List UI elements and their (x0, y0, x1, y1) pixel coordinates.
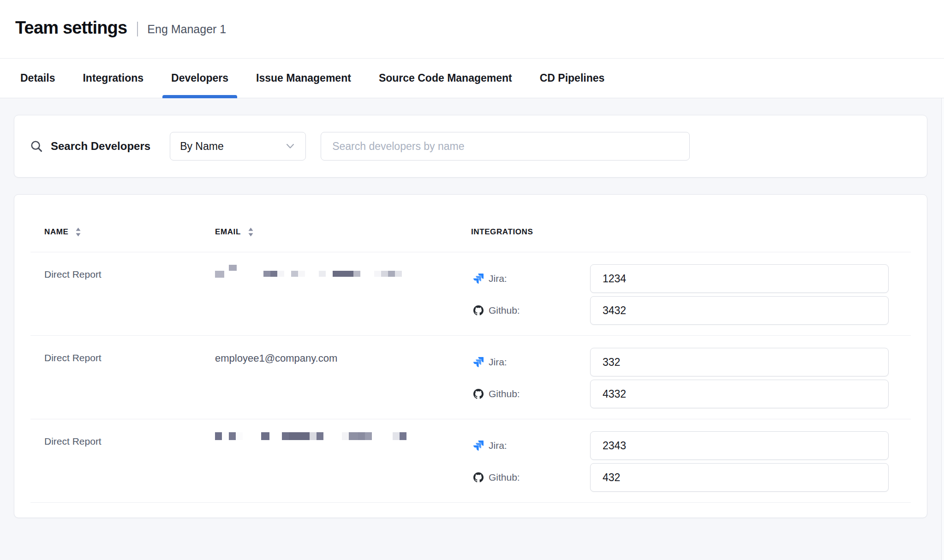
search-developers-label: Search Developers (51, 140, 150, 153)
page-header: Team settings Eng Manager 1 (0, 0, 944, 59)
jira-label-group: Jira: (471, 357, 590, 368)
github-label: Github: (489, 305, 520, 316)
table-row: Direct Report Jira: (14, 419, 927, 502)
redacted-email-pixels (222, 432, 229, 440)
search-icon (30, 139, 43, 153)
developer-name: Direct Report (44, 336, 210, 419)
table-row: Direct Report employee1@company.com Jira… (14, 336, 927, 419)
redacted-email-pixels (365, 432, 372, 440)
jira-id-input[interactable] (590, 348, 889, 376)
redacted-email-pixels (263, 271, 270, 277)
title-separator (137, 22, 138, 36)
column-header-integrations: INTEGRATIONS (471, 227, 889, 237)
tab-integrations[interactable]: Integrations (74, 59, 152, 98)
redacted-email-pixels (353, 271, 360, 277)
tab-cd-pipelines[interactable]: CD Pipelines (531, 59, 614, 98)
sort-arrows-icon[interactable] (247, 226, 254, 238)
tab-details[interactable]: Details (12, 59, 64, 98)
redacted-email-pixels (270, 271, 277, 277)
search-developers-card: Search Developers By Name (14, 115, 927, 178)
jira-label: Jira: (489, 273, 507, 284)
redacted-email-pixels (291, 271, 298, 277)
search-filter-dropdown[interactable]: By Name (170, 132, 306, 161)
sort-arrows-icon[interactable] (75, 226, 82, 238)
jira-field: Jira: (471, 264, 889, 293)
row-divider (30, 502, 911, 503)
redacted-email-pixels (215, 271, 224, 278)
redacted-email-pixels (349, 432, 358, 440)
column-header-name: NAME (44, 226, 210, 238)
redacted-email-pixels (319, 271, 326, 277)
table-row: Direct Report Jira: (14, 252, 927, 335)
scrollbar-gutter[interactable] (941, 98, 944, 560)
tab-label: Issue Management (256, 72, 351, 84)
github-field: Github: (471, 380, 889, 408)
redacted-email-pixels (282, 432, 289, 440)
developer-email (210, 419, 471, 502)
github-id-input[interactable] (590, 296, 889, 325)
tab-label: CD Pipelines (540, 72, 605, 84)
email-header-label: EMAIL (215, 227, 241, 237)
github-id-input[interactable] (590, 463, 889, 492)
jira-id-input[interactable] (590, 431, 889, 460)
chevron-down-icon (286, 143, 294, 149)
integrations-cell: Jira: Github: (471, 419, 889, 502)
tab-source-code-management[interactable]: Source Code Management (370, 59, 521, 98)
name-header-label: NAME (44, 227, 68, 237)
jira-field: Jira: (471, 348, 889, 376)
tab-label: Integrations (83, 72, 143, 84)
redacted-email-pixels (289, 432, 310, 440)
active-tab-underline (162, 95, 237, 98)
jira-label-group: Jira: (471, 440, 590, 451)
jira-icon (473, 357, 484, 367)
tab-label: Details (20, 72, 55, 84)
github-label-group: Github: (471, 388, 590, 399)
redacted-email-pixels (261, 432, 269, 440)
tab-developers[interactable]: Developers (162, 59, 237, 98)
developers-table-card: NAME EMAIL (14, 194, 927, 518)
tab-issue-management[interactable]: Issue Management (247, 59, 360, 98)
github-label-group: Github: (471, 305, 590, 316)
redacted-email-pixels (298, 271, 305, 277)
team-name-subtitle: Eng Manager 1 (147, 23, 226, 36)
table-body: Direct Report Jira: (14, 252, 927, 503)
github-icon (473, 389, 484, 399)
column-header-email: EMAIL (210, 226, 471, 238)
redacted-email-pixels (374, 271, 381, 277)
redacted-email-pixels (333, 271, 353, 277)
redacted-email-pixels (277, 271, 284, 277)
search-filter-value: By Name (180, 140, 224, 153)
developer-email: employee1@company.com (210, 336, 471, 419)
integrations-cell: Jira: Github: (471, 252, 889, 335)
github-id-input[interactable] (590, 380, 889, 408)
redacted-email-pixels (215, 432, 222, 440)
tab-label: Source Code Management (379, 72, 512, 84)
integrations-cell: Jira: Github: (471, 336, 889, 419)
redacted-email-pixels (358, 432, 365, 440)
redacted-email-pixels (381, 271, 388, 277)
redacted-email-pixels (310, 432, 317, 440)
developer-name: Direct Report (44, 252, 210, 335)
github-field: Github: (471, 296, 889, 325)
search-input[interactable] (321, 132, 690, 161)
jira-label: Jira: (489, 357, 507, 368)
team-settings-page: Team settings Eng Manager 1 DetailsInteg… (0, 0, 944, 560)
redacted-email-pixels (393, 432, 400, 440)
github-label-group: Github: (471, 472, 590, 483)
redacted-email-pixels (388, 271, 395, 277)
integrations-header-label: INTEGRATIONS (471, 227, 533, 237)
page-title: Team settings (15, 18, 127, 38)
jira-id-input[interactable] (590, 264, 889, 293)
redacted-email-pixels (395, 271, 402, 277)
redacted-email-pixels (236, 432, 243, 440)
jira-icon (473, 441, 484, 451)
table-header-row: NAME EMAIL (14, 195, 927, 252)
redacted-email-pixels (229, 432, 236, 440)
github-field: Github: (471, 463, 889, 492)
redacted-email-pixels (229, 265, 237, 271)
jira-icon (473, 274, 484, 284)
github-label: Github: (489, 472, 520, 483)
redacted-email-pixels (400, 432, 406, 440)
jira-label-group: Jira: (471, 273, 590, 284)
redacted-email-pixels (317, 432, 323, 440)
